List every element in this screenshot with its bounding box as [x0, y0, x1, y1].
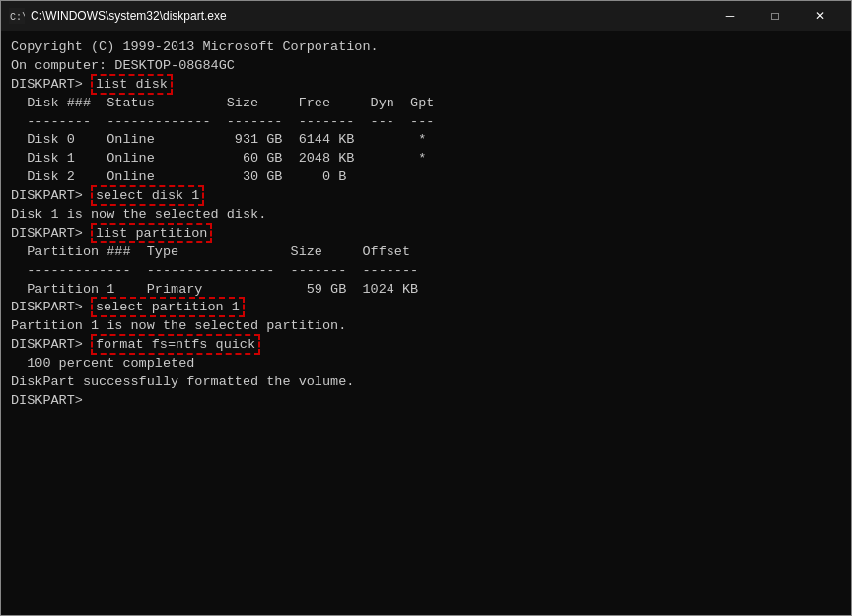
window-title: C:\WINDOWS\system32\diskpart.exe [31, 9, 707, 23]
terminal-line: Disk 1 Online 60 GB 2048 KB * [11, 150, 841, 169]
prompt-text: DISKPART> [11, 188, 91, 203]
terminal-line: Disk 0 Online 931 GB 6144 KB * [11, 131, 841, 150]
prompt-text: DISKPART> [11, 226, 91, 240]
terminal-line: DiskPart successfully formatted the volu… [11, 374, 841, 392]
svg-text:C:\: C:\ [10, 12, 25, 23]
terminal-line: DISKPART> list disk [11, 76, 841, 95]
terminal-line: 100 percent completed [11, 355, 841, 374]
command-highlight: select disk 1 [91, 185, 204, 206]
terminal-body[interactable]: Copyright (C) 1999-2013 Microsoft Corpor… [1, 31, 851, 615]
command-highlight: list partition [91, 223, 212, 243]
terminal-line: DISKPART> list partition [11, 225, 841, 243]
close-button[interactable]: ✕ [798, 1, 843, 31]
prompt-text: DISKPART> [11, 337, 91, 352]
prompt-text: DISKPART> [11, 77, 91, 92]
terminal-line: DISKPART> select disk 1 [11, 187, 841, 206]
command-highlight: format fs=ntfs quick [91, 334, 260, 355]
prompt-text: DISKPART> [11, 300, 91, 314]
terminal-line: On computer: DESKTOP-08G84GC [11, 57, 841, 76]
command-highlight: select partition 1 [91, 297, 245, 317]
terminal-line: DISKPART> select partition 1 [11, 299, 841, 317]
maximize-button[interactable]: □ [752, 1, 798, 31]
cmd-icon: C:\ [9, 8, 25, 24]
terminal-line: DISKPART> format fs=ntfs quick [11, 336, 841, 355]
command-highlight: list disk [91, 74, 173, 95]
terminal-line: -------- ------------- ------- ------- -… [11, 113, 841, 132]
terminal-line: Copyright (C) 1999-2013 Microsoft Corpor… [11, 38, 841, 57]
window-controls: ─ □ ✕ [707, 1, 843, 31]
title-bar: C:\ C:\WINDOWS\system32\diskpart.exe ─ □… [1, 1, 851, 31]
terminal-line: Disk ### Status Size Free Dyn Gpt [11, 95, 841, 113]
terminal-line: ------------- ---------------- ------- -… [11, 262, 841, 281]
minimize-button[interactable]: ─ [707, 1, 752, 31]
terminal-line: Partition ### Type Size Offset [11, 243, 841, 262]
window: C:\ C:\WINDOWS\system32\diskpart.exe ─ □… [0, 0, 852, 616]
terminal-line: DISKPART> [11, 392, 841, 411]
